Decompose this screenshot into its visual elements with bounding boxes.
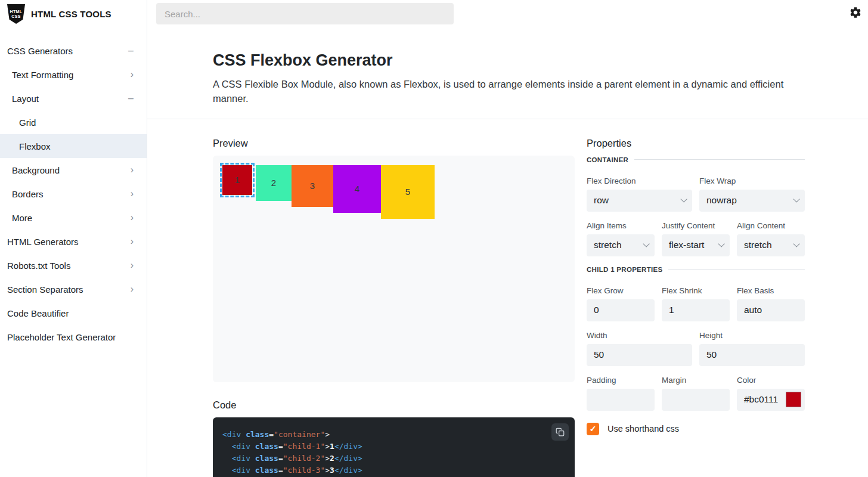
shorthand-checkbox[interactable]: ✓ xyxy=(587,423,599,435)
flex-shrink-field: Flex Shrink xyxy=(662,286,730,321)
chevron-down-icon xyxy=(718,241,724,247)
sidebar-item-placeholder-text-generator[interactable]: Placeholder Text Generator xyxy=(0,325,147,349)
flex-shrink-input[interactable] xyxy=(662,299,730,321)
sidebar-nav: CSS Generators – Text Formatting › Layou… xyxy=(0,39,147,349)
code-panel: <div class="container"> <div class="chil… xyxy=(213,417,575,477)
sidebar-item-text-formatting[interactable]: Text Formatting › xyxy=(0,63,147,86)
app-root: HTML CSS HTML CSS TOOLS CSS Generators –… xyxy=(0,0,868,477)
sidebar-item-html-generators[interactable]: HTML Generators › xyxy=(0,230,147,253)
sidebar-item-robots-txt-tools[interactable]: Robots.txt Tools › xyxy=(0,253,147,277)
search-input[interactable] xyxy=(156,3,454,24)
shorthand-row: ✓ Use shorthand css xyxy=(587,423,805,435)
justify-content-field: Justify Content flex-start xyxy=(662,221,730,256)
sidebar-item-borders[interactable]: Borders › xyxy=(0,182,147,206)
check-icon: ✓ xyxy=(590,424,597,433)
topbar xyxy=(147,0,868,27)
align-items-field: Align Items stretch xyxy=(587,221,655,256)
sidebar-item-flexbox[interactable]: Flexbox xyxy=(0,134,147,158)
padding-input[interactable] xyxy=(587,389,655,411)
preview-box-4[interactable]: 4 xyxy=(333,165,381,213)
copy-button[interactable] xyxy=(551,423,569,441)
flex-basis-field: Flex Basis xyxy=(737,286,805,321)
chevron-right-icon: › xyxy=(131,213,134,222)
gear-icon xyxy=(849,6,862,19)
flex-grow-input[interactable] xyxy=(587,299,655,321)
chevron-right-icon: › xyxy=(131,189,134,199)
chevron-down-icon xyxy=(793,196,799,203)
flex-basis-input[interactable] xyxy=(737,299,805,321)
sidebar: HTML CSS HTML CSS TOOLS CSS Generators –… xyxy=(0,0,147,477)
page-header: CSS Flexbox Generator A CSS Flexible Box… xyxy=(147,27,868,106)
sidebar-item-background[interactable]: Background › xyxy=(0,158,147,182)
align-content-field: Align Content stretch xyxy=(737,221,805,256)
flex-direction-field: Flex Direction row xyxy=(587,176,692,212)
width-field: Width xyxy=(587,331,692,366)
width-input[interactable] xyxy=(587,344,692,366)
preview-box-1[interactable]: 1 xyxy=(222,165,252,195)
settings-button[interactable] xyxy=(848,6,863,20)
color-picker[interactable]: #bc0111 xyxy=(737,389,805,411)
flex-wrap-select[interactable]: nowrap xyxy=(699,190,805,212)
height-field: Height xyxy=(699,331,805,366)
color-field: Color #bc0111 xyxy=(737,376,805,411)
child-section-header: CHILD 1 PROPERTIES xyxy=(587,266,805,273)
content: Preview 12345 Code <div class="container… xyxy=(147,119,868,477)
chevron-down-icon xyxy=(793,241,799,247)
main-area: CSS Flexbox Generator A CSS Flexible Box… xyxy=(147,0,868,477)
sidebar-item-css-generators[interactable]: CSS Generators – xyxy=(0,39,147,63)
flex-direction-select[interactable]: row xyxy=(587,190,692,212)
collapse-icon: – xyxy=(128,94,134,103)
preview-box-5[interactable]: 5 xyxy=(381,165,435,219)
sidebar-item-code-beautifier[interactable]: Code Beautifier xyxy=(0,301,147,325)
page-title: CSS Flexbox Generator xyxy=(213,51,805,70)
collapse-icon: – xyxy=(128,46,134,55)
copy-icon xyxy=(556,428,565,436)
margin-input[interactable] xyxy=(662,389,730,411)
justify-content-select[interactable]: flex-start xyxy=(662,234,730,256)
chevron-down-icon xyxy=(680,196,687,203)
chevron-right-icon: › xyxy=(131,237,134,246)
margin-field: Margin xyxy=(662,376,730,411)
app-logo[interactable]: HTML CSS HTML CSS TOOLS xyxy=(0,0,147,28)
sidebar-item-grid[interactable]: Grid xyxy=(0,110,147,134)
sidebar-item-layout[interactable]: Layout – xyxy=(0,86,147,110)
chevron-right-icon: › xyxy=(131,70,134,79)
properties-panel: Properties CONTAINER Flex Direction row xyxy=(587,138,805,477)
padding-field: Padding xyxy=(587,376,655,411)
chevron-down-icon xyxy=(643,241,649,247)
preview-box-2[interactable]: 2 xyxy=(256,165,292,201)
preview-container: 12345 xyxy=(213,156,575,382)
properties-heading: Properties xyxy=(587,138,805,149)
flex-grow-field: Flex Grow xyxy=(587,286,655,321)
chevron-right-icon: › xyxy=(131,284,134,294)
code-block: <div class="container"> <div class="chil… xyxy=(222,429,565,476)
chevron-right-icon: › xyxy=(131,261,134,270)
color-swatch[interactable] xyxy=(786,392,801,407)
container-section-header: CONTAINER xyxy=(587,156,805,163)
sidebar-item-more[interactable]: More › xyxy=(0,206,147,230)
html-css-shield-icon: HTML CSS xyxy=(7,4,25,24)
chevron-right-icon: › xyxy=(131,165,134,175)
flex-wrap-field: Flex Wrap nowrap xyxy=(699,176,805,212)
height-input[interactable] xyxy=(699,344,805,366)
shorthand-label: Use shorthand css xyxy=(607,424,679,433)
preview-heading: Preview xyxy=(213,138,575,149)
sidebar-item-section-separators[interactable]: Section Separators › xyxy=(0,277,147,301)
code-heading: Code xyxy=(213,399,575,411)
left-column: Preview 12345 Code <div class="container… xyxy=(213,138,575,477)
align-content-select[interactable]: stretch xyxy=(737,234,805,256)
page-description: A CSS Flexible Box Module, also known as… xyxy=(213,78,803,106)
preview-box-3[interactable]: 3 xyxy=(292,165,333,207)
app-title: HTML CSS TOOLS xyxy=(31,9,111,19)
align-items-select[interactable]: stretch xyxy=(587,234,655,256)
